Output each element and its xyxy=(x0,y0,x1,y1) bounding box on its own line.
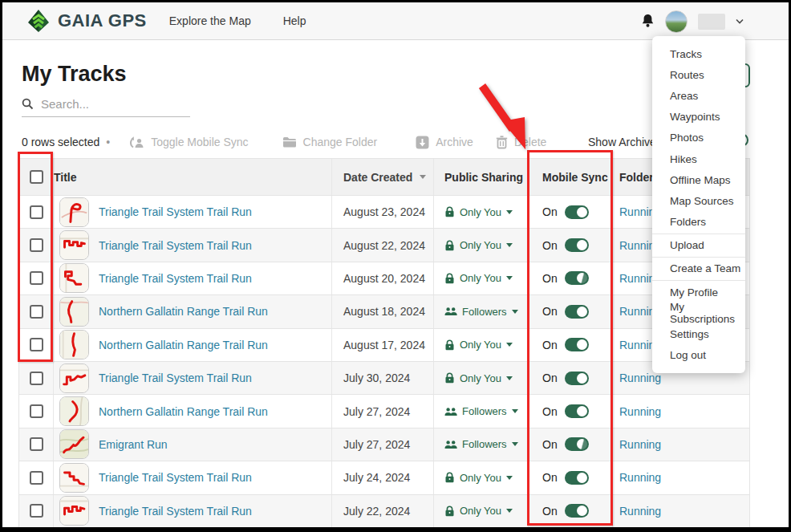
nav-link-explore-map[interactable]: Explore the Map xyxy=(169,14,251,27)
public-sharing-cell[interactable]: Followers xyxy=(434,395,529,427)
menu-item-waypoints[interactable]: Waypoints xyxy=(652,107,745,128)
menu-item-create-a-team[interactable]: Create a Team xyxy=(652,258,745,279)
table-row: Triangle Trail System Trail RunJuly 24, … xyxy=(19,461,749,494)
row-checkbox[interactable] xyxy=(30,372,43,385)
column-header-label: Title xyxy=(54,171,77,184)
lock-icon xyxy=(444,372,455,384)
date-created-cell: July 27, 2024 xyxy=(332,428,434,461)
menu-item-my-subscriptions[interactable]: My Subscriptions xyxy=(652,303,745,323)
menu-item-areas[interactable]: Areas xyxy=(652,85,745,106)
public-sharing-cell[interactable]: Only You xyxy=(434,461,529,493)
menu-item-photos[interactable]: Photos xyxy=(652,128,745,148)
mobile-sync-toggle[interactable] xyxy=(565,504,589,518)
public-sharing-cell[interactable]: Only You xyxy=(434,262,529,294)
track-title-link[interactable]: Triangle Trail System Trail Run xyxy=(99,272,252,285)
date-created-cell: August 20, 2024 xyxy=(332,262,434,294)
search-input[interactable] xyxy=(41,97,177,111)
track-title-link[interactable]: Triangle Trail System Trail Run xyxy=(99,239,252,252)
chevron-down-icon[interactable] xyxy=(736,18,744,24)
show-archived-label: Show Archived xyxy=(588,136,663,148)
track-thumbnail xyxy=(59,263,89,293)
track-thumbnail xyxy=(59,363,89,393)
mobile-sync-toggle[interactable] xyxy=(565,205,589,219)
row-checkbox[interactable] xyxy=(30,471,43,485)
column-header-date-created[interactable]: Date Created xyxy=(332,159,434,195)
lock-icon xyxy=(444,506,455,517)
menu-item-upload[interactable]: Upload xyxy=(652,235,745,256)
sharing-value: Followers xyxy=(462,306,507,318)
public-sharing-cell[interactable]: Only You xyxy=(434,196,529,228)
menu-item-folders[interactable]: Folders xyxy=(652,212,745,233)
track-title-link[interactable]: Emigrant Run xyxy=(99,438,168,451)
brand-name: GAIA GPS xyxy=(58,10,147,31)
bulk-actions-toolbar: 0 rows selected • Toggle Mobile Sync Cha… xyxy=(22,133,546,151)
mobile-sync-toggle[interactable] xyxy=(565,404,589,418)
search-box xyxy=(22,97,190,117)
date-created-value: July 24, 2024 xyxy=(343,471,410,484)
sharing-caret-icon xyxy=(506,210,513,214)
brand-logo[interactable]: GAIA GPS xyxy=(26,9,147,33)
row-checkbox[interactable] xyxy=(30,305,43,319)
row-checkbox[interactable] xyxy=(30,271,43,285)
row-checkbox[interactable] xyxy=(30,437,43,451)
folder-link[interactable]: Running xyxy=(619,471,661,484)
archive-button[interactable]: Archive xyxy=(416,136,473,149)
mobile-sync-toggle[interactable] xyxy=(565,372,589,385)
menu-item-tracks[interactable]: Tracks xyxy=(652,43,745,64)
sharing-caret-icon xyxy=(512,442,518,446)
track-title-link[interactable]: Triangle Trail System Trail Run xyxy=(99,205,252,218)
row-checkbox[interactable] xyxy=(30,504,43,518)
row-checkbox[interactable] xyxy=(30,404,43,418)
change-folder-button[interactable]: Change Folder xyxy=(282,136,378,148)
bell-icon[interactable] xyxy=(641,14,655,29)
public-sharing-cell[interactable]: Followers xyxy=(434,295,529,327)
mobile-sync-toggle[interactable] xyxy=(565,271,589,285)
user-avatar[interactable] xyxy=(665,10,688,33)
mobile-sync-toggle[interactable] xyxy=(565,238,589,252)
row-checkbox[interactable] xyxy=(30,238,43,252)
folder-link[interactable]: Running xyxy=(619,405,661,418)
track-title-link[interactable]: Triangle Trail System Trail Run xyxy=(99,372,252,384)
row-checkbox[interactable] xyxy=(30,205,43,219)
toggle-knob xyxy=(577,307,587,317)
folder-link[interactable]: Running xyxy=(619,372,661,384)
account-dropdown-menu: TracksRoutesAreasWaypointsPhotosHikesOff… xyxy=(652,36,745,373)
track-title-link[interactable]: Northern Gallatin Range Trail Run xyxy=(99,305,268,318)
public-sharing-cell[interactable]: Only You xyxy=(434,329,529,361)
menu-item-offline-maps[interactable]: Offline Maps xyxy=(652,169,745,190)
track-title-link[interactable]: Northern Gallatin Range Trail Run xyxy=(99,339,268,351)
public-sharing-cell[interactable]: Only You xyxy=(434,495,529,527)
date-created-value: August 22, 2024 xyxy=(343,239,425,252)
menu-item-hikes[interactable]: Hikes xyxy=(652,148,745,169)
mobile-sync-toggle[interactable] xyxy=(565,305,589,319)
toggle-knob xyxy=(577,273,587,283)
public-sharing-cell[interactable]: Only You xyxy=(434,362,529,394)
menu-item-log-out[interactable]: Log out xyxy=(652,345,745,366)
date-created-value: July 22, 2024 xyxy=(343,505,410,518)
sync-state-label: On xyxy=(542,405,558,418)
public-sharing-cell[interactable]: Followers xyxy=(434,428,529,461)
menu-item-routes[interactable]: Routes xyxy=(652,64,745,85)
table-row: Triangle Trail System Trail RunJuly 30, … xyxy=(19,362,749,395)
sharing-value: Only You xyxy=(460,272,501,284)
sync-state-label: On xyxy=(542,305,558,318)
date-created-cell: July 30, 2024 xyxy=(332,362,434,394)
title-cell: Emigrant Run xyxy=(54,428,332,461)
track-title-link[interactable]: Triangle Trail System Trail Run xyxy=(99,505,252,518)
public-sharing-cell[interactable]: Only You xyxy=(434,229,529,261)
menu-item-map-sources[interactable]: Map Sources xyxy=(652,190,745,211)
delete-button[interactable]: Delete xyxy=(496,136,546,149)
toggle-mobile-sync-button[interactable]: Toggle Mobile Sync xyxy=(129,136,248,149)
track-title-link[interactable]: Triangle Trail System Trail Run xyxy=(99,471,252,484)
menu-item-my-profile[interactable]: My Profile xyxy=(652,282,745,303)
track-title-link[interactable]: Northern Gallatin Range Trail Run xyxy=(99,405,268,418)
row-checkbox[interactable] xyxy=(30,338,43,351)
nav-link-help[interactable]: Help xyxy=(283,14,306,27)
mobile-sync-toggle[interactable] xyxy=(565,471,589,485)
folder-link[interactable]: Running xyxy=(619,505,661,518)
menu-item-settings[interactable]: Settings xyxy=(652,323,745,344)
mobile-sync-toggle[interactable] xyxy=(565,338,589,351)
mobile-sync-toggle[interactable] xyxy=(565,437,589,451)
folder-link[interactable]: Running xyxy=(619,438,661,451)
select-all-checkbox[interactable] xyxy=(30,170,43,184)
